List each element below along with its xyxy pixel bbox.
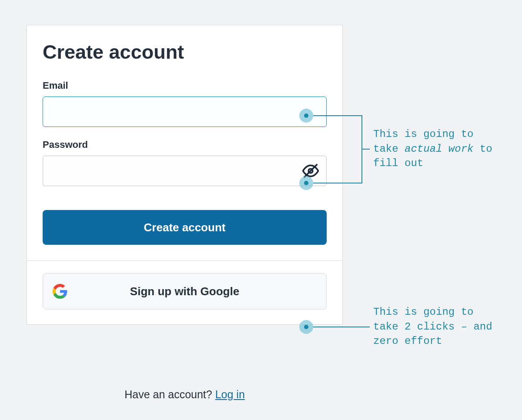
annotation-bottom: This is going to take 2 clicks – and zer… [373,305,492,349]
google-signup-button[interactable]: Sign up with Google [43,273,327,310]
annotation-text-line: zero effort [373,334,492,349]
footer-prompt: Have an account? [124,388,215,400]
annotation-dot [299,176,313,190]
login-link[interactable]: Log in [215,388,245,400]
email-input[interactable] [43,97,327,127]
password-field-wrap [43,156,327,186]
annotation-text-line: fill out [373,156,492,171]
email-field-wrap [43,97,327,127]
password-label: Password [43,139,327,150]
page-title: Create account [43,41,327,63]
google-button-label: Sign up with Google [43,285,326,298]
annotation-text-line: take 2 clicks – and [373,320,492,334]
footer: Have an account? Log in [27,388,343,401]
annotation-dot [299,109,313,123]
create-account-button[interactable]: Create account [43,210,327,245]
annotation-top: This is going to take actual work to fil… [373,127,492,171]
google-icon [53,284,67,299]
social-section: Sign up with Google [27,260,342,324]
annotation-dot [299,320,313,334]
annotation-text-line: take actual work to [373,142,492,157]
annotation-text-line: This is going to [373,127,492,142]
signup-card: Create account Email Password Create acc… [27,25,343,325]
card-main: Create account Email Password Create acc… [27,25,342,260]
email-label: Email [43,80,327,91]
create-account-button-label: Create account [144,221,226,234]
password-input[interactable] [43,156,327,186]
annotation-text-line: This is going to [373,305,492,320]
